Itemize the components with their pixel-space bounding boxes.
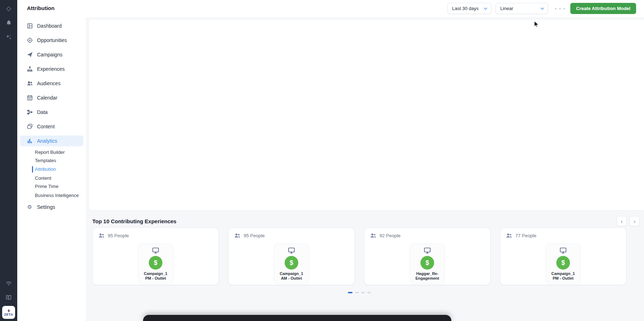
sidebar-item-label: Calendar: [37, 95, 58, 101]
svg-text:A: A: [7, 296, 8, 298]
carousel-dot[interactable]: [355, 292, 359, 293]
subitem-label: Report Builder: [35, 150, 65, 155]
page-title: Attribution: [27, 5, 55, 11]
experience-cards-row: 95 People $ Campaign_1PM - Outlet 95 Peo…: [92, 228, 626, 285]
sidebar-subitem-content[interactable]: Content: [35, 174, 85, 182]
sitemap-icon: [27, 66, 33, 72]
experience-name: Haggar_Re-Engagement: [411, 271, 443, 281]
people-count: 95 People: [98, 233, 213, 238]
date-range-value: Last 30 days: [452, 6, 479, 11]
mouse-cursor: [534, 21, 539, 28]
monitor-icon: [288, 247, 295, 254]
experience-name: Campaign_1AM - Outlet: [276, 271, 307, 281]
date-range-select[interactable]: Last 30 days: [447, 3, 491, 14]
experience-card[interactable]: 77 People $ Campaign_1PM - Outlet: [500, 228, 626, 285]
app-rail: ◇ A ZETA: [0, 0, 17, 321]
sidebar-item-settings[interactable]: ⚙ Settings: [20, 202, 83, 212]
people-count-label: 77 People: [515, 233, 537, 238]
sidebar-item-dashboard[interactable]: Dashboard: [20, 20, 83, 31]
conversion-dollar-icon: $: [420, 256, 434, 270]
sidebar: Dashboard Opportunities Campaigns Experi…: [17, 17, 87, 321]
more-options-button[interactable]: • • •: [554, 4, 566, 13]
sidebar-item-label: Dashboard: [37, 23, 62, 29]
zeta-diamond-icon: [6, 309, 11, 313]
people-icon: [98, 233, 105, 238]
sidebar-subitem-attribution[interactable]: Attribution: [35, 165, 85, 173]
subitem-label: Prime Time: [35, 184, 59, 189]
conversion-dollar-icon: $: [285, 256, 298, 270]
conversion-dollar-icon: $: [556, 256, 570, 270]
people-count: 95 People: [234, 233, 349, 238]
people-icon: [234, 233, 240, 238]
sidebar-item-label: Settings: [37, 204, 55, 210]
people-count-label: 95 People: [244, 233, 265, 238]
experience-card[interactable]: 95 People $ Campaign_1AM - Outlet: [228, 228, 355, 285]
conversion-dollar-icon: $: [149, 256, 162, 270]
sidebar-item-label: Audiences: [37, 81, 60, 86]
sidebar-item-analytics[interactable]: Analytics: [20, 136, 83, 146]
sidebar-subitem-prime-time[interactable]: Prime Time: [35, 183, 85, 190]
sidebar-item-label: Content: [37, 124, 55, 129]
experience-card[interactable]: 92 People $ Haggar_Re-Engagement: [364, 228, 491, 285]
chevron-left-icon: ‹: [621, 219, 623, 224]
attribution-panel: [89, 20, 644, 211]
knowledge-book-icon[interactable]: A: [0, 295, 17, 301]
monitor-icon: [559, 247, 567, 254]
carousel-dot[interactable]: [361, 292, 365, 293]
notifications-bell-icon[interactable]: [0, 20, 17, 26]
sidebar-subitem-report-builder[interactable]: Report Builder: [35, 148, 85, 156]
sidebar-item-campaigns[interactable]: Campaigns: [20, 49, 83, 60]
people-icon: [506, 233, 512, 238]
experience-node-tile[interactable]: $ Campaign_1PM - Outlet: [138, 244, 173, 284]
sidebar-item-label: Analytics: [37, 138, 57, 144]
sidebar-item-audiences[interactable]: Audiences: [20, 78, 83, 89]
experience-node-tile[interactable]: $ Campaign_1AM - Outlet: [274, 244, 309, 284]
people-count: 77 People: [506, 233, 620, 238]
experiences-section-title: Top 10 Contributing Experiences: [92, 218, 176, 224]
carousel-prev-button[interactable]: ‹: [617, 216, 627, 226]
experience-card[interactable]: 95 People $ Campaign_1PM - Outlet: [92, 228, 219, 285]
sidebar-item-calendar[interactable]: Calendar: [20, 92, 83, 103]
zeta-logo-text: ZETA: [4, 313, 13, 316]
app-logo-diamond-icon[interactable]: ◇: [0, 5, 17, 12]
carousel-dot[interactable]: [348, 292, 353, 293]
sidebar-item-label: Opportunities: [37, 37, 67, 43]
experience-node-tile[interactable]: $ Haggar_Re-Engagement: [410, 244, 445, 284]
attribution-model-select[interactable]: Linear: [496, 3, 548, 14]
signal-icon[interactable]: [0, 280, 17, 286]
chevron-right-icon: ›: [634, 219, 636, 224]
subitem-label: Attribution: [35, 166, 56, 172]
experience-name: Campaign_1PM - Outlet: [140, 271, 171, 281]
subitem-label: Templates: [35, 158, 56, 163]
gear-icon: ⚙: [27, 204, 33, 210]
people-count: 92 People: [370, 233, 484, 238]
sidebar-item-data[interactable]: Data: [20, 107, 83, 118]
people-icon: [27, 81, 33, 86]
paper-plane-icon: [27, 52, 33, 58]
active-subitem-indicator: [32, 166, 33, 173]
dashboard-icon: [27, 23, 33, 29]
sidebar-item-content[interactable]: Content: [20, 121, 83, 132]
carousel-dot[interactable]: [367, 292, 371, 293]
background-dock: [143, 315, 451, 321]
zeta-logo[interactable]: ZETA: [2, 306, 15, 319]
sidebar-subitem-templates[interactable]: Templates: [35, 157, 85, 164]
carousel-next-button[interactable]: ›: [630, 216, 640, 226]
carousel-pagination: [348, 292, 371, 293]
sidebar-item-opportunities[interactable]: Opportunities: [20, 35, 83, 46]
sidebar-item-label: Experiences: [37, 66, 65, 72]
content-panes-icon: [27, 124, 33, 129]
data-flow-icon: [27, 109, 33, 115]
bar-chart-icon: [27, 138, 33, 144]
ai-sparkles-icon[interactable]: [0, 35, 17, 40]
monitor-icon: [423, 247, 431, 254]
subitem-label: Business Intelligence: [35, 193, 79, 198]
chevron-down-icon: [484, 8, 487, 10]
sidebar-item-experiences[interactable]: Experiences: [20, 64, 83, 74]
create-attribution-model-button[interactable]: Create Attribution Model: [570, 3, 636, 14]
experience-name: Campaign_1PM - Outlet: [547, 271, 579, 281]
experience-node-tile[interactable]: $ Campaign_1PM - Outlet: [546, 244, 581, 284]
sidebar-subitem-business-intelligence[interactable]: Business Intelligence: [35, 192, 85, 199]
top-header: Attribution Last 30 days Linear • • • Cr…: [17, 0, 644, 17]
attribution-model-value: Linear: [500, 6, 513, 11]
